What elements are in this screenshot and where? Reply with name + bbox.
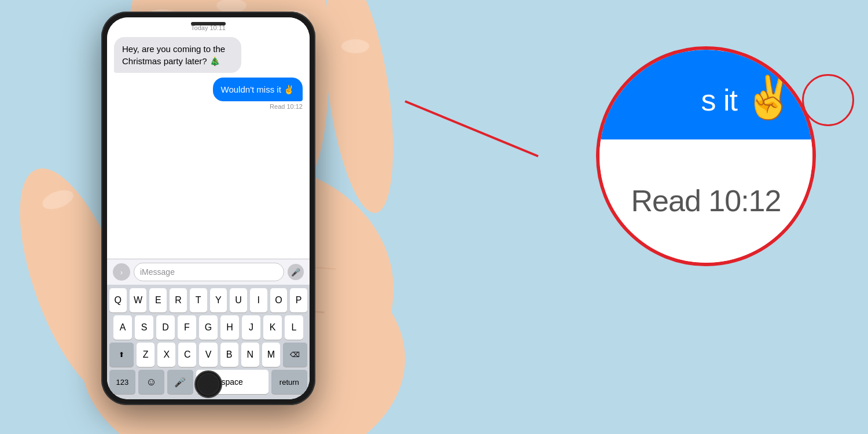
- key-x[interactable]: X: [157, 343, 175, 367]
- key-y[interactable]: Y: [210, 288, 227, 312]
- key-e[interactable]: E: [149, 288, 167, 312]
- key-j[interactable]: J: [242, 315, 260, 340]
- input-bar: › iMessage 🎤: [107, 259, 310, 285]
- key-d[interactable]: D: [156, 315, 175, 340]
- backspace-key[interactable]: ⌫: [283, 343, 307, 367]
- numbers-key[interactable]: 123: [109, 370, 135, 394]
- mic-icon: 🎤: [291, 268, 300, 277]
- key-a[interactable]: A: [113, 315, 132, 340]
- zoom-read-receipt: Read 10:12: [631, 183, 781, 218]
- phone-frame: Today 10:11 Hey, are you coming to the C…: [101, 12, 315, 405]
- key-r[interactable]: R: [170, 288, 187, 312]
- zoom-white-section: Read 10:12: [599, 139, 812, 263]
- key-u[interactable]: U: [230, 288, 247, 312]
- key-g[interactable]: G: [199, 315, 218, 340]
- keyboard-row-1: Q W E R T Y U I O P: [109, 288, 307, 312]
- key-m[interactable]: M: [262, 343, 280, 367]
- expand-icon: ›: [120, 268, 123, 277]
- outgoing-bubble: Wouldn't miss it ✌️: [213, 78, 303, 101]
- svg-point-13: [341, 39, 369, 53]
- input-placeholder: iMessage: [140, 267, 175, 277]
- keyboard-row-3: ⬆ Z X C V B N M ⌫: [109, 343, 307, 367]
- message-input[interactable]: iMessage: [134, 263, 284, 281]
- read-receipt: Read 10:12: [270, 103, 303, 110]
- phone-screen: Today 10:11 Hey, are you coming to the C…: [107, 17, 310, 399]
- key-c[interactable]: C: [178, 343, 196, 367]
- emoji-key[interactable]: ☺: [138, 370, 164, 394]
- mic-button[interactable]: 🎤: [288, 264, 304, 280]
- outgoing-bubble-wrapper: Wouldn't miss it ✌️ Read 10:12: [114, 78, 303, 110]
- messages-area: Today 10:11 Hey, are you coming to the C…: [107, 17, 310, 259]
- expand-button[interactable]: ›: [113, 263, 130, 281]
- key-p[interactable]: P: [290, 288, 307, 312]
- incoming-bubble-text: Hey, are you coming to the Christmas par…: [122, 44, 225, 66]
- scene: Today 10:11 Hey, are you coming to the C…: [0, 0, 868, 434]
- key-w[interactable]: W: [130, 288, 147, 312]
- key-q[interactable]: Q: [109, 288, 127, 312]
- zoom-emoji: ✌️: [743, 73, 795, 122]
- key-f[interactable]: F: [178, 315, 196, 340]
- return-key[interactable]: return: [271, 370, 307, 394]
- key-l[interactable]: L: [285, 315, 303, 340]
- zoom-blue-section: s it ✌️: [599, 50, 812, 139]
- key-h[interactable]: H: [220, 315, 239, 340]
- keyboard-row-2: A S D F G H J K L: [109, 315, 307, 340]
- key-s[interactable]: S: [135, 315, 153, 340]
- zoom-callout: s it ✌️ Read 10:12: [596, 46, 816, 266]
- key-k[interactable]: K: [263, 315, 282, 340]
- key-v[interactable]: V: [199, 343, 217, 367]
- key-z[interactable]: Z: [137, 343, 155, 367]
- incoming-bubble: Hey, are you coming to the Christmas par…: [114, 37, 241, 73]
- key-o[interactable]: O: [270, 288, 288, 312]
- key-n[interactable]: N: [241, 343, 259, 367]
- mic-key[interactable]: 🎤: [167, 370, 193, 394]
- outgoing-bubble-text: Wouldn't miss it ✌️: [221, 84, 295, 94]
- home-button[interactable]: [194, 370, 222, 398]
- key-b[interactable]: B: [220, 343, 238, 367]
- shift-key[interactable]: ⬆: [109, 343, 134, 367]
- key-i[interactable]: I: [250, 288, 267, 312]
- zoom-bubble-text-partial: s it: [701, 83, 737, 117]
- timestamp-header: Today 10:11: [114, 24, 303, 31]
- key-t[interactable]: T: [190, 288, 207, 312]
